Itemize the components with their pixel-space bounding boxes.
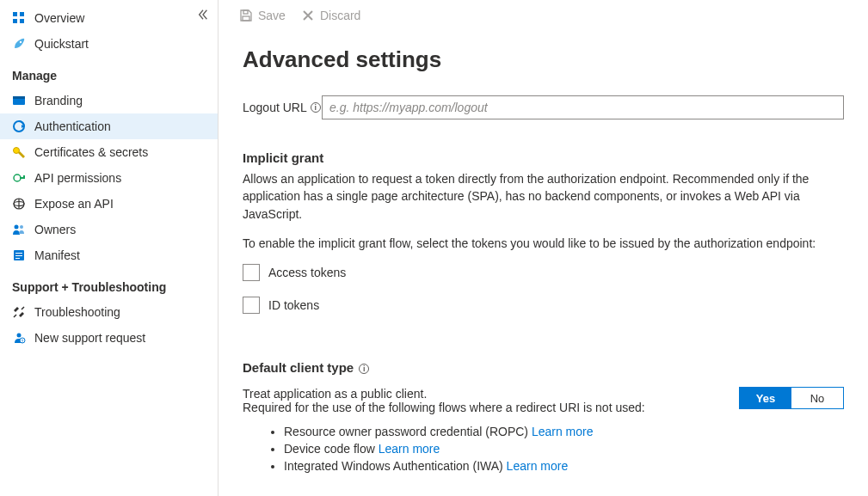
svg-rect-3 xyxy=(20,19,24,23)
sidebar-group-manage: Manage xyxy=(0,57,218,88)
collapse-sidebar-button[interactable] xyxy=(197,9,209,23)
access-tokens-label: Access tokens xyxy=(268,266,346,279)
flow-text: Integrated Windows Authentication (IWA) xyxy=(284,459,507,473)
sidebar-item-overview[interactable]: Overview xyxy=(0,5,218,31)
default-client-type-text: Default client type xyxy=(243,360,354,375)
svg-rect-6 xyxy=(13,96,25,99)
api-permissions-icon xyxy=(12,171,26,185)
svg-rect-12 xyxy=(23,175,25,177)
sidebar-item-exposeapi[interactable]: Expose an API xyxy=(0,191,218,217)
access-tokens-row: Access tokens xyxy=(243,264,844,281)
logout-url-row: Logout URL i xyxy=(243,95,844,119)
default-client-type-title: Default client type i xyxy=(243,360,844,375)
info-icon[interactable]: i xyxy=(359,364,369,374)
sidebar-item-label: Certificates & secrets xyxy=(34,145,148,159)
sidebar-item-label: Expose an API xyxy=(34,197,114,211)
quickstart-icon xyxy=(12,37,26,51)
svg-point-4 xyxy=(20,41,22,43)
id-tokens-checkbox[interactable] xyxy=(243,297,260,314)
public-client-desc2: Required for the use of the following fl… xyxy=(243,401,722,414)
sidebar-item-quickstart[interactable]: Quickstart xyxy=(0,31,218,57)
svg-point-15 xyxy=(15,225,19,230)
svg-point-9 xyxy=(14,148,20,154)
owners-icon xyxy=(12,223,26,236)
sidebar: Overview Quickstart Manage Branding Auth… xyxy=(0,0,219,496)
toolbar: Save Discard xyxy=(219,0,868,29)
certificates-icon xyxy=(12,145,26,159)
implicit-grant-title: Implicit grant xyxy=(243,150,844,165)
discard-label: Discard xyxy=(320,9,360,22)
save-label: Save xyxy=(258,9,286,22)
sidebar-item-troubleshooting[interactable]: Troubleshooting xyxy=(0,299,218,325)
flow-item-iwa: Integrated Windows Authentication (IWA) … xyxy=(284,459,844,473)
sidebar-item-label: New support request xyxy=(34,331,145,345)
svg-point-21 xyxy=(17,334,22,338)
learn-more-link[interactable]: Learn more xyxy=(532,425,594,438)
public-client-desc1: Treat application as a public client. xyxy=(243,387,722,401)
svg-rect-11 xyxy=(20,177,25,179)
svg-rect-19 xyxy=(15,255,22,256)
logout-url-label-text: Logout URL xyxy=(243,101,307,114)
manifest-icon xyxy=(12,248,26,262)
chevron-double-left-icon xyxy=(197,9,209,21)
flow-text: Resource owner password credential (ROPC… xyxy=(284,425,532,438)
sidebar-item-label: Troubleshooting xyxy=(34,305,120,319)
svg-rect-2 xyxy=(13,19,17,23)
svg-rect-0 xyxy=(13,12,17,16)
flow-item-device: Device code flow Learn more xyxy=(284,442,844,456)
sidebar-group-support: Support + Troubleshooting xyxy=(0,268,218,299)
id-tokens-row: ID tokens xyxy=(243,297,844,314)
svg-rect-20 xyxy=(15,258,20,259)
sidebar-item-label: Branding xyxy=(34,94,83,107)
svg-point-16 xyxy=(20,225,23,229)
svg-rect-18 xyxy=(15,253,22,254)
sidebar-item-label: Owners xyxy=(34,223,76,236)
sidebar-item-owners[interactable]: Owners xyxy=(0,217,218,242)
info-icon[interactable]: i xyxy=(311,102,321,113)
sidebar-item-label: Overview xyxy=(34,11,84,25)
learn-more-link[interactable]: Learn more xyxy=(507,459,569,473)
id-tokens-label: ID tokens xyxy=(268,298,319,312)
overview-icon xyxy=(12,11,26,25)
flow-text: Device code flow xyxy=(284,442,379,456)
sidebar-item-certificates[interactable]: Certificates & secrets xyxy=(0,139,218,165)
sidebar-item-manifest[interactable]: Manifest xyxy=(0,242,218,268)
flow-list: Resource owner password credential (ROPC… xyxy=(243,425,844,473)
support-icon: ? xyxy=(12,331,26,345)
svg-rect-1 xyxy=(20,12,24,16)
learn-more-link[interactable]: Learn more xyxy=(379,442,440,456)
main-content: Save Discard Advanced settings Logout UR… xyxy=(219,0,868,496)
svg-rect-24 xyxy=(243,10,248,14)
troubleshooting-icon xyxy=(12,305,26,319)
sidebar-item-label: Authentication xyxy=(34,119,111,133)
toggle-no[interactable]: No xyxy=(791,388,843,408)
implicit-grant-desc1: Allows an application to request a token… xyxy=(243,170,844,223)
sidebar-item-newsupport[interactable]: ? New support request xyxy=(0,325,218,351)
discard-button[interactable]: Discard xyxy=(301,9,360,22)
save-icon xyxy=(239,9,253,22)
logout-url-label: Logout URL i xyxy=(243,101,322,114)
sidebar-item-label: API permissions xyxy=(34,171,121,185)
logout-url-input[interactable] xyxy=(322,95,844,119)
expose-api-icon xyxy=(12,197,26,211)
sidebar-item-branding[interactable]: Branding xyxy=(0,88,218,113)
implicit-grant-desc2: To enable the implicit grant flow, selec… xyxy=(243,235,844,252)
svg-point-10 xyxy=(14,175,21,181)
svg-rect-25 xyxy=(243,16,249,21)
discard-icon xyxy=(301,9,315,22)
sidebar-item-label: Manifest xyxy=(34,248,80,262)
save-button[interactable]: Save xyxy=(239,9,286,22)
sidebar-item-authentication[interactable]: Authentication xyxy=(0,113,218,139)
sidebar-item-label: Quickstart xyxy=(34,37,89,51)
authentication-icon xyxy=(12,119,26,133)
flow-item-ropc: Resource owner password credential (ROPC… xyxy=(284,425,844,438)
toggle-yes[interactable]: Yes xyxy=(740,388,791,408)
public-client-toggle: Yes No xyxy=(739,387,844,409)
access-tokens-checkbox[interactable] xyxy=(243,264,260,281)
svg-text:?: ? xyxy=(22,339,24,344)
branding-icon xyxy=(12,94,26,107)
sidebar-item-apipermissions[interactable]: API permissions xyxy=(0,165,218,191)
page-title: Advanced settings xyxy=(243,46,844,73)
